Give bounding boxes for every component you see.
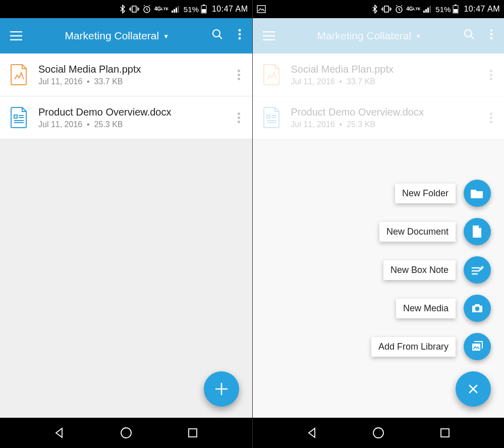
nav-home-button[interactable]: [119, 425, 134, 440]
nav-home-button[interactable]: [371, 425, 386, 440]
svg-rect-5: [178, 6, 179, 13]
file-row[interactable]: Product Demo Overview.docx Jul 11, 2016 …: [0, 96, 252, 139]
fab-item-label: New Folder: [395, 184, 456, 203]
menu-button[interactable]: [5, 28, 27, 44]
camera-icon: [464, 295, 491, 322]
file-meta: Jul 11, 2016 • 33.7 KB: [38, 77, 224, 86]
svg-rect-21: [427, 8, 429, 13]
file-name: Product Demo Overview.docx: [38, 106, 224, 118]
network-4glte-icon: 4GLTE: [407, 7, 421, 12]
svg-rect-24: [455, 5, 457, 6]
status-time: 10:47 AM: [212, 5, 248, 14]
fab-item-label: New Media: [396, 299, 456, 318]
folder-icon: [464, 180, 491, 207]
svg-point-33: [373, 428, 383, 438]
svg-rect-25: [454, 9, 458, 13]
fab-item-label: New Box Note: [383, 260, 456, 280]
phone-screenshot-fab-open: 4GLTE 51% 10:47 AM Marketing Collateral …: [252, 0, 505, 448]
file-type-docx-icon: [9, 105, 29, 130]
fab-item-new-media[interactable]: New Media: [396, 295, 491, 322]
battery-percent: 51%: [184, 5, 199, 14]
svg-point-11: [238, 33, 241, 36]
fab-item-new-folder[interactable]: New Folder: [395, 180, 491, 207]
svg-rect-8: [202, 9, 206, 13]
file-row-menu-button[interactable]: [233, 70, 245, 80]
svg-rect-4: [176, 8, 177, 13]
nav-back-button[interactable]: [304, 425, 319, 440]
alarm-icon: [142, 5, 151, 14]
svg-point-9: [213, 30, 220, 37]
svg-rect-20: [425, 9, 427, 13]
bluetooth-icon: [371, 5, 378, 14]
network-4glte-icon: 4GLTE: [154, 7, 169, 12]
fab-item-new-box-note[interactable]: New Box Note: [383, 256, 491, 284]
file-list: Social Media Plan.pptx Jul 11, 2016 • 33…: [0, 53, 252, 139]
fab-item-label: Add From Library: [371, 337, 456, 357]
folder-title-dropdown[interactable]: Marketing Collateral ▼: [31, 30, 203, 42]
phone-screenshot-normal: 4GLTE 51% 10:47 AM Marketing Collateral …: [0, 0, 252, 448]
svg-rect-19: [423, 11, 425, 13]
document-icon: [464, 218, 491, 245]
svg-rect-13: [14, 115, 17, 118]
file-type-pptx-icon: [9, 63, 29, 87]
svg-point-14: [121, 428, 131, 438]
note-icon: [464, 256, 491, 284]
fab-item-new-document[interactable]: New Document: [379, 218, 491, 245]
search-button[interactable]: [207, 29, 228, 43]
svg-rect-2: [172, 11, 173, 13]
svg-point-10: [238, 29, 241, 32]
signal-icon: [423, 6, 432, 13]
library-icon: [464, 333, 491, 360]
folder-title: Marketing Collateral: [65, 30, 159, 42]
bluetooth-icon: [119, 5, 126, 14]
vibrate-icon: [129, 5, 139, 13]
signal-icon: [172, 6, 181, 13]
fab-speed-dial: Add From Library New Media New Box Note …: [371, 180, 491, 407]
battery-indicator: 51%: [435, 5, 459, 14]
nav-recents-button[interactable]: [437, 425, 453, 440]
svg-rect-0: [132, 6, 136, 12]
battery-indicator: 51%: [184, 5, 207, 14]
svg-point-12: [238, 37, 241, 40]
file-meta: Jul 11, 2016 • 25.3 KB: [38, 120, 224, 129]
app-bar: Marketing Collateral ▼: [0, 18, 252, 53]
status-bar: 4GLTE 51% 10:47 AM: [0, 0, 252, 18]
svg-point-32: [475, 307, 480, 311]
status-time: 10:47 AM: [464, 5, 500, 14]
status-bar: 4GLTE 51% 10:47 AM: [253, 0, 505, 18]
fab-add-button[interactable]: [204, 371, 239, 407]
svg-rect-34: [441, 429, 449, 437]
vibrate-icon: [381, 5, 391, 13]
chevron-down-icon: ▼: [163, 33, 169, 40]
fab-close-button[interactable]: [456, 371, 491, 407]
android-nav-bar: [253, 418, 505, 448]
svg-rect-17: [384, 6, 388, 12]
file-name: Social Media Plan.pptx: [38, 64, 224, 75]
file-row-menu-button[interactable]: [233, 113, 245, 123]
svg-rect-7: [203, 5, 205, 6]
fab-item-add-from-library[interactable]: Add From Library: [371, 333, 491, 360]
file-row[interactable]: Social Media Plan.pptx Jul 11, 2016 • 33…: [0, 53, 252, 96]
nav-recents-button[interactable]: [185, 425, 200, 440]
alarm-icon: [395, 5, 404, 14]
svg-rect-3: [174, 9, 175, 13]
nav-back-button[interactable]: [51, 425, 67, 440]
svg-rect-15: [189, 429, 197, 437]
battery-percent: 51%: [435, 5, 451, 14]
svg-rect-22: [429, 6, 431, 13]
overflow-menu-button[interactable]: [232, 29, 247, 43]
fab-item-label: New Document: [379, 222, 456, 242]
android-nav-bar: [0, 418, 252, 448]
image-notification-icon: [257, 5, 266, 13]
